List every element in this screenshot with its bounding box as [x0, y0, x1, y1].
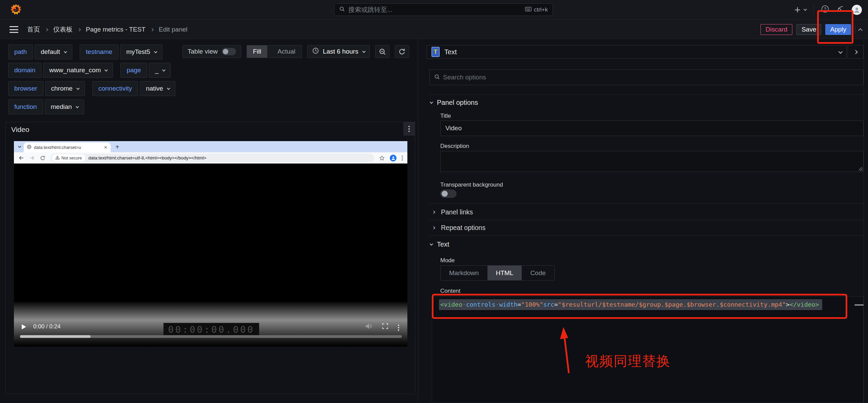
- breadcrumb-dashboards[interactable]: 仪表板: [53, 25, 73, 34]
- user-avatar[interactable]: [852, 5, 862, 15]
- grafana-logo[interactable]: [10, 4, 22, 15]
- news-button[interactable]: [836, 5, 844, 14]
- video-time-label: 0:00 / 0:24: [33, 323, 60, 330]
- video-player[interactable]: 00:00:00.000 0:00 / 0:24: [14, 164, 407, 347]
- variable-label: testname: [80, 44, 118, 59]
- code-token: >: [786, 301, 790, 308]
- code-token: "100%": [521, 301, 543, 308]
- browser-menu-icon: [402, 157, 403, 159]
- video-panel: Video data:text/html;charset=u ✕ +: [5, 122, 415, 394]
- chevron-down-icon: [804, 7, 807, 11]
- plus-icon: [794, 6, 801, 13]
- shortcut-hint: ctrl+k: [525, 6, 548, 13]
- time-range-picker[interactable]: Last 6 hours: [307, 45, 370, 58]
- repeat-options-section[interactable]: Repeat options: [432, 224, 485, 232]
- variable-value-dropdown[interactable]: default: [35, 44, 72, 59]
- breadcrumb: 首页 仪表板 Page metrics - TEST Edit panel: [27, 20, 188, 39]
- variable-label: connectivity: [92, 81, 138, 96]
- chevron-down-icon: [64, 50, 67, 53]
- variable-value-dropdown[interactable]: native: [140, 81, 175, 96]
- search-input[interactable]: [348, 6, 522, 14]
- forward-icon: [29, 155, 35, 161]
- tab-title: data:text/html;charset=u: [34, 145, 81, 150]
- variable-value-dropdown[interactable]: median: [45, 99, 84, 114]
- volume-icon[interactable]: [365, 323, 372, 331]
- panel-title-input[interactable]: [440, 120, 864, 136]
- transparent-background-toggle[interactable]: [440, 190, 457, 198]
- new-menu-button[interactable]: [794, 6, 806, 13]
- play-button[interactable]: [21, 324, 26, 330]
- mode-html[interactable]: HTML: [487, 266, 522, 280]
- code-line: <video·controls·width="100%"src="$result…: [439, 299, 863, 310]
- actual-option[interactable]: Actual: [271, 45, 302, 58]
- content-code-editor[interactable]: <video·controls·width="100%"src="$result…: [432, 296, 864, 403]
- variable-value-dropdown[interactable]: chrome: [45, 81, 85, 96]
- divider: [855, 25, 855, 34]
- breadcrumb-edit-panel: Edit panel: [159, 26, 188, 33]
- description-textarea[interactable]: [440, 151, 864, 172]
- help-button[interactable]: ?: [821, 5, 829, 14]
- variable-label: function: [8, 99, 43, 114]
- pane-scroll-handle[interactable]: [854, 304, 864, 306]
- tab-search-chevron-icon: [18, 145, 21, 148]
- variable-value-dropdown[interactable]: www_nature_com: [43, 63, 113, 78]
- chevron-right-icon: [78, 28, 81, 31]
- kebab-icon: [408, 128, 410, 130]
- global-search[interactable]: ctrl+k: [334, 3, 553, 16]
- breadcrumb-dashboard-name[interactable]: Page metrics - TEST: [86, 26, 146, 33]
- description-label: Description: [440, 143, 469, 150]
- code-token: controls: [466, 301, 496, 308]
- table-view-switch[interactable]: Table view: [182, 45, 241, 58]
- url-text: data:text/html;charset=utf-8,<html><body…: [88, 155, 206, 160]
- code-token: =: [554, 301, 558, 308]
- keyboard-icon: [525, 6, 532, 13]
- refresh-button[interactable]: [395, 45, 409, 58]
- apply-button[interactable]: Apply: [825, 24, 851, 35]
- zoom-out-button[interactable]: [375, 45, 389, 58]
- annotation-note: 视频同理替换: [585, 352, 671, 370]
- security-chip: Not secure: [52, 154, 85, 161]
- new-tab-icon: +: [115, 143, 119, 150]
- code-token: <video: [440, 301, 462, 308]
- breadcrumb-home[interactable]: 首页: [27, 25, 40, 34]
- chevron-down-icon: [76, 87, 80, 90]
- menu-toggle-button[interactable]: [9, 26, 18, 33]
- variable-value-dropdown[interactable]: _: [149, 63, 171, 78]
- visualization-picker[interactable]: T Text: [426, 45, 847, 59]
- mode-code[interactable]: Code: [522, 266, 554, 280]
- globe-icon: [27, 145, 32, 151]
- table-view-toggle[interactable]: [222, 48, 236, 55]
- chevron-right-icon: [151, 28, 154, 31]
- chevron-down-icon: [362, 50, 366, 53]
- options-search[interactable]: [429, 70, 864, 85]
- player-menu-icon[interactable]: [398, 324, 399, 330]
- variable-label: browser: [8, 81, 43, 96]
- profile-avatar-icon: [390, 155, 397, 161]
- content-label: Content: [440, 288, 461, 294]
- mode-markdown[interactable]: Markdown: [441, 266, 487, 280]
- bookmark-star-icon: [379, 155, 385, 161]
- panel-menu-button[interactable]: [403, 122, 415, 136]
- video-progress-bar[interactable]: [20, 335, 402, 338]
- panel-options-section[interactable]: Panel options: [430, 99, 478, 107]
- chevron-down-icon: [167, 87, 170, 90]
- chevron-up-icon[interactable]: [858, 28, 863, 33]
- panel-links-section[interactable]: Panel links: [432, 208, 473, 216]
- tab-close-icon: ✕: [104, 145, 108, 150]
- fullscreen-icon[interactable]: [382, 323, 388, 331]
- viz-name: Text: [444, 48, 457, 56]
- fill-option[interactable]: Fill: [247, 45, 267, 58]
- variable-testname: testname myTest5: [80, 44, 162, 59]
- discard-button[interactable]: Discard: [760, 24, 792, 35]
- options-search-input[interactable]: [443, 74, 859, 81]
- save-button[interactable]: Save: [796, 24, 821, 35]
- variable-browser: browser chrome: [8, 81, 85, 96]
- collapse-options-button[interactable]: [848, 45, 864, 59]
- chevron-right-icon: [45, 28, 49, 31]
- text-section[interactable]: Text: [430, 241, 449, 248]
- search-icon: [339, 6, 345, 13]
- code-selection: <video·controls·width="100%"src="$result…: [439, 299, 822, 310]
- variable-value-dropdown[interactable]: myTest5: [120, 44, 162, 59]
- code-token: ·: [496, 301, 499, 308]
- chevron-right-icon: [432, 211, 436, 214]
